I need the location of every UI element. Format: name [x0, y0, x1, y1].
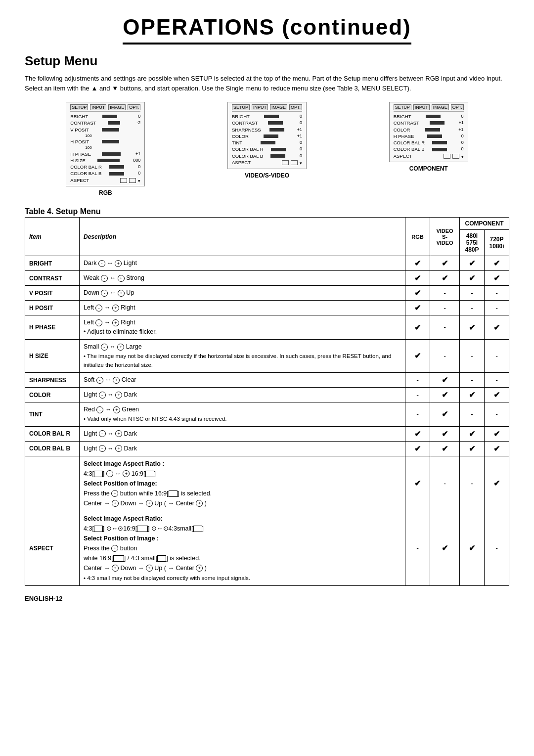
table-row: TINT Red - ↔ + Green • Valid only when N…: [25, 402, 509, 427]
table-row: CONTRAST Weak - ↔ + Strong ✔ ✔ ✔ ✔: [25, 271, 509, 286]
row-item: ASPECT: [25, 511, 80, 585]
table-row: COLOR BAL B Light - ↔ + Dark ✔ ✔ ✔ ✔: [25, 441, 509, 456]
row-description: Small - ↔ + Large • The image may not be…: [80, 339, 405, 372]
th-item: Item: [25, 218, 80, 256]
row-video: ✔: [430, 426, 460, 441]
section-title: Setup Menu: [25, 53, 509, 69]
row-rgb: -: [405, 388, 430, 402]
page-title: OPERATIONS (continued): [123, 15, 411, 44]
row-item: COLOR BAL B: [25, 441, 80, 456]
row-720p: -: [485, 511, 509, 585]
row-item: [25, 456, 80, 511]
row-720p: ✔: [485, 315, 509, 340]
row-video: ✔: [430, 511, 460, 585]
row-720p: ✔: [485, 388, 509, 402]
row-rgb: ✔: [405, 339, 430, 372]
row-480i: ✔: [460, 271, 485, 286]
th-480i: 480i575i480P: [460, 230, 485, 256]
footer-text: ENGLISH-12: [25, 595, 63, 602]
th-rgb: RGB: [405, 218, 430, 256]
row-video: ✔: [430, 402, 460, 427]
row-video: -: [430, 339, 460, 372]
row-video: ✔: [430, 373, 460, 388]
table-row: V POSIT Down - ↔ + Up ✔ - - -: [25, 286, 509, 301]
row-description: Light - ↔ + Dark: [80, 426, 405, 441]
row-480i: -: [460, 339, 485, 372]
row-480i: -: [460, 373, 485, 388]
row-video: ✔: [430, 271, 460, 286]
row-video: ✔: [430, 256, 460, 271]
row-rgb: ✔: [405, 301, 430, 315]
row-720p: -: [485, 301, 509, 315]
row-480i: ✔: [460, 441, 485, 456]
row-720p: -: [485, 339, 509, 372]
row-video: ✔: [430, 441, 460, 456]
row-item: V POSIT: [25, 286, 80, 301]
row-description: Soft - ↔ + Clear: [80, 373, 405, 388]
row-720p: ✔: [485, 441, 509, 456]
diagrams-row: SETUPINPUTIMAGEOPT. BRIGHT0 CONTRAST-2 V…: [25, 102, 509, 196]
row-rgb: ✔: [405, 426, 430, 441]
row-720p: -: [485, 373, 509, 388]
row-rgb: -: [405, 373, 430, 388]
row-description: Light - ↔ + Dark: [80, 388, 405, 402]
table-title: Table 4. Setup Menu: [25, 204, 509, 217]
row-item: H POSIT: [25, 301, 80, 315]
table-row: BRIGHT Dark - ↔ + Light ✔ ✔ ✔ ✔: [25, 256, 509, 271]
intro-text: The following adjustments and settings a…: [25, 74, 509, 93]
row-rgb: -: [405, 402, 430, 427]
row-description: Light - ↔ + Dark: [80, 441, 405, 456]
row-description: Down - ↔ + Up: [80, 286, 405, 301]
th-component: COMPONENT: [460, 218, 509, 230]
row-description: Dark - ↔ + Light: [80, 256, 405, 271]
page-footer: ENGLISH-12: [25, 595, 509, 602]
row-item: H SIZE: [25, 339, 80, 372]
row-480i: ✔: [460, 256, 485, 271]
table-row: Select Image Aspect Ratio : 4:3[] - ↔ + …: [25, 456, 509, 511]
row-480i: -: [460, 456, 485, 511]
row-video: -: [430, 456, 460, 511]
row-rgb: ✔: [405, 456, 430, 511]
row-video: ✔: [430, 388, 460, 402]
row-720p: -: [485, 402, 509, 427]
th-description: Description: [80, 218, 405, 256]
row-description: Red - ↔ + Green • Valid only when NTSC o…: [80, 402, 405, 427]
row-item: COLOR BAL R: [25, 426, 80, 441]
page-header: OPERATIONS (continued): [25, 15, 509, 44]
row-rgb: -: [405, 511, 430, 585]
table-row: COLOR BAL R Light - ↔ + Dark ✔ ✔ ✔ ✔: [25, 426, 509, 441]
row-item: COLOR: [25, 388, 80, 402]
row-video: -: [430, 301, 460, 315]
row-480i: -: [460, 402, 485, 427]
row-480i: ✔: [460, 511, 485, 585]
row-rgb: ✔: [405, 315, 430, 340]
row-480i: ✔: [460, 388, 485, 402]
table-row: ASPECT Select Image Aspect Ratio: 4:3[] …: [25, 511, 509, 585]
row-720p: ✔: [485, 271, 509, 286]
row-description: Left - ↔ + Right: [80, 301, 405, 315]
table-row: SHARPNESS Soft - ↔ + Clear - ✔ - -: [25, 373, 509, 388]
table-row: H PHASE Left - ↔ + Right • Adjust to eli…: [25, 315, 509, 340]
row-description: Select Image Aspect Ratio: 4:3[] ⊙↔⊙16:9…: [80, 511, 405, 585]
setup-table: Item Description RGB VIDEOS-VIDEO COMPON…: [25, 217, 509, 585]
row-720p: ✔: [485, 426, 509, 441]
row-rgb: ✔: [405, 271, 430, 286]
table-row: COLOR Light - ↔ + Dark - ✔ ✔ ✔: [25, 388, 509, 402]
row-rgb: ✔: [405, 441, 430, 456]
row-rgb: ✔: [405, 256, 430, 271]
row-item: TINT: [25, 402, 80, 427]
row-rgb: ✔: [405, 286, 430, 301]
row-480i: -: [460, 301, 485, 315]
row-480i: ✔: [460, 315, 485, 340]
row-720p: ✔: [485, 256, 509, 271]
row-description: Weak - ↔ + Strong: [80, 271, 405, 286]
row-480i: -: [460, 286, 485, 301]
row-description: Left - ↔ + Right • Adjust to eliminate f…: [80, 315, 405, 340]
th-video: VIDEOS-VIDEO: [430, 218, 460, 256]
row-720p: ✔: [485, 456, 509, 511]
row-item: H PHASE: [25, 315, 80, 340]
diagram-component-label: COMPONENT: [389, 165, 468, 172]
table-row: H POSIT Left - ↔ + Right ✔ - - -: [25, 301, 509, 315]
diagram-video-label: VIDEO/S-VIDEO: [227, 172, 307, 179]
table-row: H SIZE Small - ↔ + Large • The image may…: [25, 339, 509, 372]
